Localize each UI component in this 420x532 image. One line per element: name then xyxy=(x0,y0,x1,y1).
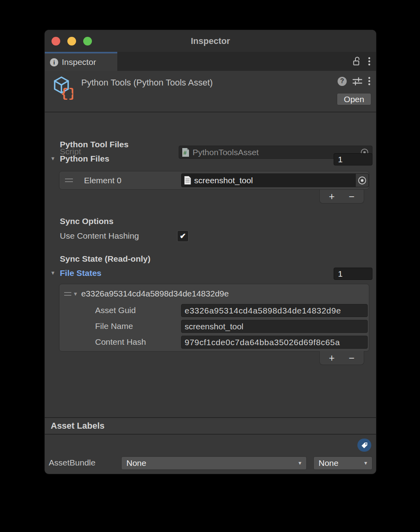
presets-icon[interactable] xyxy=(352,76,363,86)
script-value: PythonToolsAsset xyxy=(193,148,259,157)
content-hash-field[interactable]: 979cf1cde0c7da64bba35026d69f8c65a xyxy=(181,336,368,349)
use-content-hashing-checkbox[interactable]: ✔ xyxy=(177,230,189,242)
add-element-button[interactable]: + xyxy=(324,192,340,201)
file-states-array-label[interactable]: File States xyxy=(60,268,101,278)
file-name-value: screenshot_tool xyxy=(185,322,243,331)
inspector-window: Inspector i Inspector xyxy=(44,30,376,474)
python-tool-files-header: Python Tool Files xyxy=(60,140,128,149)
info-icon: i xyxy=(50,58,58,66)
dropdown-arrow-icon: ▼ xyxy=(298,460,302,466)
remove-entry-button[interactable]: − xyxy=(344,353,360,363)
component-header: {} Python Tools (Python Tools Asset) ? xyxy=(45,71,376,112)
element-object-field[interactable]: screenshot_tool xyxy=(181,173,369,187)
file-state-entry-box: ▼ e3326a95314cd4a5898d34de14832d9e Asset… xyxy=(59,284,369,352)
asset-guid-label: Asset Guid xyxy=(95,306,136,315)
reorder-handle-icon[interactable] xyxy=(65,179,73,182)
assetbundle-label: AssetBundle xyxy=(49,458,95,467)
component-title: Python Tools (Python Tools Asset) xyxy=(81,78,213,88)
file-states-add-remove-bar: + − xyxy=(319,351,364,365)
python-files-foldout-icon[interactable]: ▼ xyxy=(50,156,55,162)
asset-labels-bar[interactable]: Asset Labels xyxy=(45,417,376,435)
entry-foldout-icon[interactable]: ▼ xyxy=(73,291,78,297)
add-entry-button[interactable]: + xyxy=(324,353,340,363)
assetbundle-selected-value: None xyxy=(126,458,146,468)
text-asset-icon xyxy=(184,176,191,185)
sync-options-header: Sync Options xyxy=(60,217,113,226)
use-content-hashing-label: Use Content Hashing xyxy=(60,231,139,241)
unlock-icon[interactable] xyxy=(352,56,362,66)
sync-state-header: Sync State (Read-only) xyxy=(60,254,151,264)
python-files-add-remove-bar: + − xyxy=(319,190,364,203)
asset-guid-value: e3326a95314cd4a5898d34de14832d9e xyxy=(185,306,341,315)
header-kebab-menu-icon[interactable] xyxy=(368,76,370,86)
tab-bar: i Inspector xyxy=(45,52,376,71)
file-name-label: File Name xyxy=(95,321,133,331)
braces-glyph: {} xyxy=(61,86,73,100)
file-states-foldout-icon[interactable]: ▼ xyxy=(50,270,55,276)
tab-label: Inspector xyxy=(62,57,96,67)
asset-label-tag-button[interactable] xyxy=(357,439,371,452)
assetbundle-variant-dropdown[interactable]: None ▼ xyxy=(313,456,372,470)
help-icon[interactable]: ? xyxy=(338,77,347,86)
assetbundle-dropdown[interactable]: None ▼ xyxy=(121,456,307,470)
element-object-picker-icon[interactable] xyxy=(356,174,368,187)
open-button[interactable]: Open xyxy=(337,93,371,105)
tag-icon xyxy=(361,441,368,449)
element-value: screenshot_tool xyxy=(194,176,253,185)
reorder-handle-icon[interactable] xyxy=(64,292,71,296)
asset-labels-header: Asset Labels xyxy=(51,421,105,431)
python-files-size-field[interactable]: 1 xyxy=(334,153,372,165)
tab-inspector[interactable]: i Inspector xyxy=(45,52,117,71)
remove-element-button[interactable]: − xyxy=(344,192,360,201)
python-files-array-label[interactable]: Python Files xyxy=(60,154,109,163)
dropdown-arrow-icon: ▼ xyxy=(363,460,368,466)
csharp-script-icon: # xyxy=(181,148,190,157)
assetbundle-variant-selected-value: None xyxy=(319,458,338,468)
content-hash-value: 979cf1cde0c7da64bba35026d69f8c65a xyxy=(185,338,340,347)
file-states-size-field[interactable]: 1 xyxy=(334,268,372,280)
content-hash-label: Content Hash xyxy=(95,337,146,347)
window-titlebar: Inspector xyxy=(45,30,376,52)
asset-guid-field[interactable]: e3326a95314cd4a5898d34de14832d9e xyxy=(181,304,368,317)
svg-text:#: # xyxy=(183,150,187,156)
python-tools-asset-icon: {} xyxy=(53,76,73,100)
entry-header-guid: e3326a95314cd4a5898d34de14832d9e xyxy=(81,289,229,298)
window-title: Inspector xyxy=(45,30,376,52)
tab-kebab-menu-icon[interactable] xyxy=(368,57,370,66)
file-name-field[interactable]: screenshot_tool xyxy=(181,320,368,333)
checkmark-icon: ✔ xyxy=(180,232,186,241)
python-files-element-row: Element 0 screenshot_tool xyxy=(59,171,369,190)
element-label: Element 0 xyxy=(84,176,122,185)
